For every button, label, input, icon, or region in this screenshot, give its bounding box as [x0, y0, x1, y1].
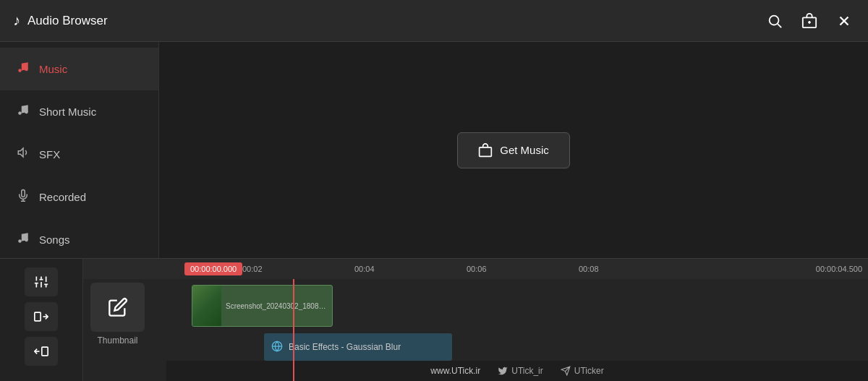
timeline-ruler: 00:00:00.000 00:02 00:04 00:06 00:08 00:… — [83, 259, 868, 279]
get-music-button[interactable]: Get Music — [457, 132, 570, 168]
sidebar-item-recorded-label: Recorded — [39, 191, 86, 203]
music-icon — [16, 61, 30, 77]
sidebar-item-short-music-label: Short Music — [39, 106, 96, 118]
sidebar-item-music-label: Music — [39, 63, 67, 75]
header: ♪ Audio Browser — [0, 0, 868, 42]
svg-point-7 — [18, 69, 22, 72]
audio-browser-icon: ♪ — [13, 12, 20, 29]
edit-icon — [108, 297, 128, 317]
watermark-twitter: UTick_ir — [498, 366, 543, 376]
svg-rect-28 — [42, 347, 48, 356]
ruler-tick-2: 00:04 — [354, 265, 375, 273]
watermark-bar: www.UTick.ir UTick_ir UTicker — [166, 361, 868, 381]
recorded-icon — [16, 189, 30, 205]
insert-button[interactable] — [25, 302, 58, 331]
mixer-icon — [34, 275, 48, 289]
svg-point-9 — [18, 111, 22, 115]
sidebar-item-songs-label: Songs — [39, 234, 70, 246]
svg-rect-25 — [35, 312, 41, 321]
short-music-icon — [16, 103, 30, 120]
header-icons — [764, 10, 855, 32]
effect-clip-label: Basic Effects - Gaussian Blur — [289, 342, 401, 352]
ruler-tick-3: 00:06 — [467, 265, 487, 273]
sidebar-item-short-music[interactable]: Short Music — [0, 90, 158, 133]
timeline-main[interactable]: 00:00:00.000 00:02 00:04 00:06 00:08 00:… — [83, 259, 868, 381]
mixer-button[interactable] — [25, 267, 58, 296]
effect-icon — [271, 341, 283, 354]
sidebar-item-recorded[interactable]: Recorded — [0, 176, 158, 218]
sidebar-item-music[interactable]: Music — [0, 48, 158, 90]
thumbnail-label: Thumbnail — [97, 335, 137, 346]
thumbnail-container: Thumbnail — [90, 283, 145, 346]
svg-rect-15 — [480, 147, 492, 156]
sidebar: Music Short Music SFX — [0, 42, 159, 258]
watermark-site: www.UTick.ir — [430, 366, 480, 376]
svg-point-10 — [25, 111, 28, 114]
svg-point-13 — [18, 239, 22, 243]
telegram-icon — [561, 366, 571, 376]
svg-point-8 — [25, 68, 28, 72]
watermark-telegram: UTicker — [561, 366, 604, 376]
append-button[interactable] — [25, 337, 58, 366]
insert-icon — [34, 309, 48, 324]
ruler-tick-4: 00:08 — [579, 265, 599, 273]
main-area: Music Short Music SFX — [0, 42, 868, 258]
store-icon-btn — [478, 143, 493, 158]
twitter-icon — [498, 366, 508, 376]
append-icon — [34, 344, 48, 359]
content-area: Get Music — [159, 42, 868, 258]
video-clip-thumbnail — [192, 286, 221, 326]
svg-point-0 — [770, 15, 779, 25]
page-title: Audio Browser — [27, 14, 108, 28]
sidebar-item-sfx-label: SFX — [39, 148, 60, 160]
store-button[interactable] — [799, 10, 820, 32]
current-time-display: 00:00:00.000 — [184, 262, 242, 275]
close-button[interactable] — [833, 10, 855, 32]
playhead[interactable] — [293, 279, 294, 381]
thumbnail-box[interactable] — [90, 283, 145, 332]
sidebar-item-sfx[interactable]: SFX — [0, 133, 158, 176]
timeline: 00:00:00.000 00:02 00:04 00:06 00:08 00:… — [0, 258, 868, 381]
close-icon — [836, 13, 852, 29]
header-left: ♪ Audio Browser — [13, 12, 108, 29]
search-button[interactable] — [764, 10, 786, 32]
svg-line-1 — [778, 24, 781, 27]
ruler-tick-1: 00:02 — [242, 265, 263, 273]
sfx-icon — [16, 146, 30, 163]
video-clip-label: Screenshot_20240302_180841@100 — [221, 302, 332, 310]
svg-point-14 — [25, 239, 28, 242]
store-icon — [801, 13, 817, 29]
total-time-display: 00:00:04.500 — [816, 265, 862, 273]
search-icon — [767, 13, 783, 29]
timeline-toolbar — [0, 259, 83, 381]
songs-icon — [16, 231, 30, 248]
sidebar-item-songs[interactable]: Songs — [0, 218, 158, 261]
video-clip[interactable]: Screenshot_20240302_180841@100 — [192, 285, 333, 327]
get-music-label: Get Music — [500, 144, 549, 156]
effect-clip[interactable]: Basic Effects - Gaussian Blur — [264, 333, 452, 361]
